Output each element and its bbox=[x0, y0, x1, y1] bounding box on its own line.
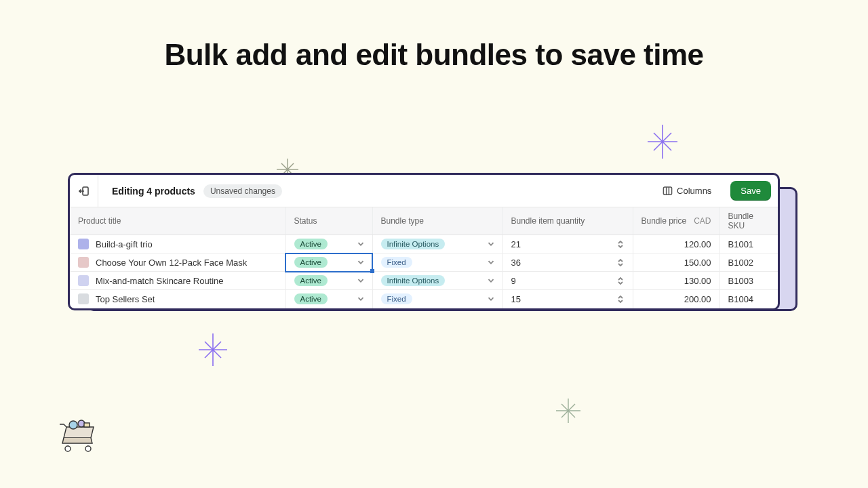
cell-status[interactable]: Active bbox=[285, 235, 372, 253]
product-title-text: Mix-and-match Skincare Routine bbox=[96, 276, 224, 286]
cell-bundle-type[interactable]: Fixed bbox=[372, 290, 502, 308]
svg-point-20 bbox=[65, 446, 71, 451]
th-bundle-sku: Bundle SKU bbox=[719, 207, 778, 235]
status-badge: Active bbox=[294, 275, 328, 286]
products-table: Product title Status Bundle type Bundle … bbox=[70, 207, 778, 308]
editor-toolbar: Editing 4 products Unsaved changes Colum… bbox=[70, 175, 778, 207]
chevron-down-icon bbox=[488, 258, 494, 268]
cell-sku[interactable]: B1002 bbox=[719, 253, 778, 272]
bundle-type-badge: Infinite Options bbox=[381, 275, 446, 286]
stepper-icon[interactable] bbox=[618, 239, 625, 249]
cell-title[interactable]: Choose Your Own 12-Pack Face Mask bbox=[70, 253, 285, 272]
status-badge: Active bbox=[294, 293, 328, 304]
cell-price[interactable]: 120.00 bbox=[633, 235, 719, 253]
sparkle-icon bbox=[646, 123, 679, 160]
stepper-icon[interactable] bbox=[618, 276, 625, 285]
cell-bundle-type[interactable]: Infinite Options bbox=[372, 272, 502, 290]
cell-status[interactable]: Active bbox=[285, 253, 372, 272]
chevron-down-icon bbox=[488, 239, 494, 249]
bundle-type-badge: Fixed bbox=[381, 257, 412, 268]
sparkle-icon bbox=[555, 397, 582, 424]
svg-rect-17 bbox=[663, 187, 671, 195]
chevron-down-icon bbox=[357, 276, 364, 286]
cell-status[interactable]: Active bbox=[285, 272, 372, 290]
chevron-down-icon bbox=[357, 258, 364, 268]
table-row: Build-a-gift trioActiveInfinite Options2… bbox=[70, 235, 778, 253]
cell-sku[interactable]: B1001 bbox=[719, 235, 778, 253]
columns-label: Columns bbox=[677, 186, 711, 196]
cell-quantity[interactable]: 36 bbox=[502, 253, 633, 272]
table-row: Choose Your Own 12-Pack Face MaskActiveF… bbox=[70, 253, 778, 272]
cell-price[interactable]: 150.00 bbox=[633, 253, 719, 272]
columns-icon bbox=[663, 186, 673, 196]
product-thumbnail bbox=[78, 275, 89, 286]
th-bundle-type: Bundle type bbox=[372, 207, 502, 235]
th-bundle-qty: Bundle item quantity bbox=[502, 207, 633, 235]
bulk-editor-panel: Editing 4 products Unsaved changes Colum… bbox=[68, 173, 780, 310]
cell-sku[interactable]: B1003 bbox=[719, 272, 778, 290]
exit-button[interactable] bbox=[70, 175, 98, 207]
chevron-down-icon bbox=[357, 239, 364, 249]
cell-bundle-type[interactable]: Fixed bbox=[372, 253, 502, 272]
cell-title[interactable]: Top Sellers Set bbox=[70, 290, 285, 308]
chevron-down-icon bbox=[488, 294, 494, 304]
cell-quantity[interactable]: 21 bbox=[502, 235, 633, 253]
svg-rect-24 bbox=[84, 423, 90, 427]
cell-title[interactable]: Build-a-gift trio bbox=[70, 235, 285, 253]
save-button[interactable]: Save bbox=[730, 181, 771, 201]
page-headline: Bulk add and edit bundles to save time bbox=[0, 38, 868, 72]
status-badge: Active bbox=[294, 239, 328, 249]
product-title-text: Choose Your Own 12-Pack Face Mask bbox=[96, 258, 247, 268]
cart-illustration bbox=[58, 418, 99, 453]
cell-status[interactable]: Active bbox=[285, 290, 372, 308]
sparkle-icon bbox=[197, 332, 229, 367]
quantity-value: 9 bbox=[511, 276, 516, 286]
th-status: Status bbox=[285, 207, 372, 235]
stepper-icon[interactable] bbox=[618, 294, 625, 304]
stepper-icon[interactable] bbox=[618, 258, 625, 267]
table-row: Top Sellers SetActiveFixed15200.00B1004 bbox=[70, 290, 778, 308]
cell-sku[interactable]: B1004 bbox=[719, 290, 778, 308]
editor-title: Editing 4 products bbox=[112, 186, 195, 197]
chevron-down-icon bbox=[488, 276, 494, 286]
status-badge: Active bbox=[294, 257, 328, 268]
product-thumbnail bbox=[78, 257, 89, 268]
table-row: Mix-and-match Skincare RoutineActiveInfi… bbox=[70, 272, 778, 290]
th-bundle-price: Bundle price CAD bbox=[633, 207, 719, 235]
quantity-value: 15 bbox=[511, 294, 521, 304]
product-title-text: Build-a-gift trio bbox=[96, 239, 153, 249]
product-title-text: Top Sellers Set bbox=[96, 294, 155, 304]
chevron-down-icon bbox=[357, 294, 364, 304]
cell-price[interactable]: 200.00 bbox=[633, 290, 719, 308]
svg-point-22 bbox=[69, 421, 77, 429]
cell-quantity[interactable]: 9 bbox=[502, 272, 633, 290]
cell-quantity[interactable]: 15 bbox=[502, 290, 633, 308]
exit-icon bbox=[79, 186, 90, 197]
product-thumbnail bbox=[78, 293, 89, 304]
cell-bundle-type[interactable]: Infinite Options bbox=[372, 235, 502, 253]
quantity-value: 36 bbox=[511, 258, 521, 268]
bundle-type-badge: Fixed bbox=[381, 293, 412, 304]
quantity-value: 21 bbox=[511, 239, 521, 249]
columns-button[interactable]: Columns bbox=[656, 182, 718, 200]
bundle-type-badge: Infinite Options bbox=[381, 239, 446, 249]
unsaved-changes-badge: Unsaved changes bbox=[203, 184, 282, 198]
cell-title[interactable]: Mix-and-match Skincare Routine bbox=[70, 272, 285, 290]
cell-price[interactable]: 130.00 bbox=[633, 272, 719, 290]
th-product-title: Product title bbox=[70, 207, 285, 235]
product-thumbnail bbox=[78, 239, 89, 249]
svg-point-21 bbox=[85, 446, 91, 451]
